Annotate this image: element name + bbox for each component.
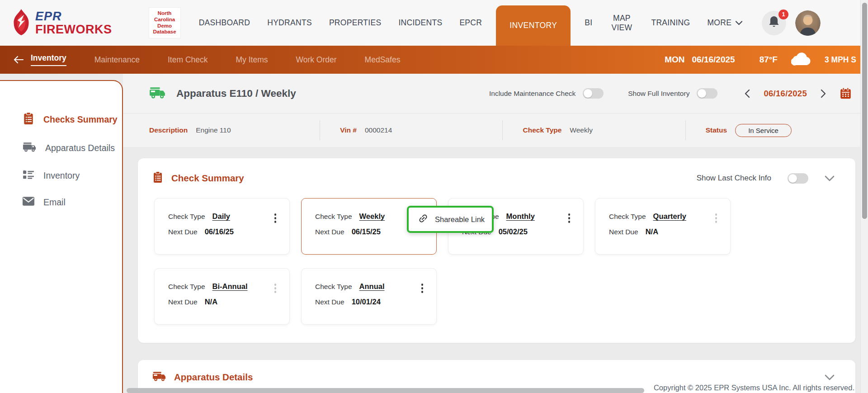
check-type-link[interactable]: Daily <box>212 212 230 220</box>
back-arrow-icon[interactable] <box>14 56 24 64</box>
next-date-button[interactable] <box>821 89 826 98</box>
check-card-quarterly[interactable]: Check TypeQuarterly Next DueN/A <box>595 198 731 255</box>
check-type-link[interactable]: Weekly <box>359 212 385 220</box>
weather-date: 06/16/2025 <box>692 55 735 65</box>
page-title: Apparatus E110 / Weekly <box>176 88 296 99</box>
main-content: Apparatus E110 / Weekly Include Maintena… <box>123 74 868 393</box>
current-date[interactable]: 06/16/2025 <box>764 89 807 99</box>
nav-item-hydrants[interactable]: HYDRANTS <box>259 18 321 28</box>
main-nav: DASHBOARD HYDRANTS PROPERTIES INCIDENTS … <box>190 0 751 46</box>
check-type-link[interactable]: Monthly <box>506 212 535 220</box>
kebab-menu-icon[interactable] <box>567 212 572 224</box>
kebab-menu-icon[interactable] <box>420 282 425 294</box>
envelope-icon <box>23 197 34 208</box>
epr-fireworks-logo[interactable]: EPR FIREWORKS <box>12 9 112 37</box>
nav-item-map-view[interactable]: MAP VIEW <box>601 14 642 33</box>
weather-day: MON <box>665 55 684 65</box>
check-card-daily[interactable]: Check TypeDaily Next Due06/16/25 <box>154 198 290 255</box>
check-type-link[interactable]: Annual <box>359 282 385 290</box>
subnav-item-work-order[interactable]: Work Order <box>296 55 336 65</box>
content-header: Apparatus E110 / Weekly Include Maintena… <box>123 74 868 147</box>
status-badge: In Service <box>735 124 792 137</box>
fire-truck-icon <box>152 371 166 384</box>
nav-item-properties[interactable]: PROPERTIES <box>321 18 390 28</box>
collapse-apparatus-details-chevron-icon[interactable] <box>825 374 835 380</box>
sidebar-item-label: Email <box>43 197 66 208</box>
sidebar-item-label: Apparatus Details <box>45 143 115 153</box>
show-last-check-label: Show Last Check Info <box>697 174 771 183</box>
show-full-inventory-label: Show Full Inventory <box>628 90 689 98</box>
nav-item-dashboard[interactable]: DASHBOARD <box>190 18 259 28</box>
subnav-item-maintenance[interactable]: Maintenance <box>94 55 140 65</box>
shareable-link-menu-item[interactable]: Shareable Link <box>407 206 494 233</box>
kebab-menu-icon[interactable] <box>714 212 719 224</box>
page-body: Checks Summary Apparatus Details <box>0 74 868 393</box>
weather-temperature: 87°F <box>760 55 778 65</box>
brand-name-top: EPR <box>35 10 112 23</box>
check-summary-section: Check Summary Show Last Check Info Check… <box>138 158 855 343</box>
previous-date-button[interactable] <box>745 89 750 98</box>
nav-item-more[interactable]: MORE <box>698 18 751 28</box>
horizontal-scrollbar-thumb[interactable] <box>127 388 644 393</box>
check-type-link[interactable]: Quarterly <box>653 212 686 220</box>
weather-bar: MON 06/16/2025 87°F 3 MPH S <box>665 52 856 67</box>
flame-logo-icon <box>12 9 31 37</box>
nav-item-inventory-active[interactable]: INVENTORY <box>496 5 571 46</box>
sidebar-item-label: Inventory <box>43 170 80 181</box>
apparatus-details-bar: Description Engine 110 Vin # 0000214 Che… <box>123 113 868 147</box>
subnav-item-item-check[interactable]: Item Check <box>168 55 208 65</box>
cloud-icon <box>791 52 811 67</box>
clipboard-icon <box>152 171 163 185</box>
shareable-link-label: Shareable Link <box>435 215 485 224</box>
brand-name-bottom: FIREWORKS <box>35 24 112 36</box>
include-maintenance-toggle[interactable] <box>583 88 604 99</box>
weather-wind: 3 MPH S <box>825 55 856 65</box>
check-summary-title: Check Summary <box>171 173 244 184</box>
demo-database-badge: North Carolina Demo Database <box>149 8 180 38</box>
subnav-item-my-items[interactable]: My Items <box>236 55 268 65</box>
sidebar: Checks Summary Apparatus Details <box>0 74 123 393</box>
vin-field: Vin # 0000214 <box>320 120 502 140</box>
apparatus-truck-icon <box>149 86 165 101</box>
show-last-check-toggle[interactable] <box>788 173 808 184</box>
fire-truck-icon <box>23 142 36 155</box>
sidebar-item-inventory[interactable]: Inventory <box>0 164 122 187</box>
user-avatar[interactable] <box>795 10 821 36</box>
copyright-text: Copyright © 2025 EPR Systems USA Inc. Al… <box>654 384 854 392</box>
sidebar-item-checks-summary[interactable]: Checks Summary <box>0 107 122 132</box>
check-type-field: Check Type Weekly <box>502 120 685 140</box>
chevron-down-icon <box>736 18 742 28</box>
link-icon <box>418 213 429 226</box>
application-window: EPR FIREWORKS North Carolina Demo Databa… <box>0 0 868 393</box>
kebab-menu-icon[interactable] <box>273 212 278 224</box>
check-card-annual[interactable]: Check TypeAnnual Next Due10/01/24 <box>301 268 437 325</box>
check-type-link[interactable]: Bi-Annual <box>212 282 248 290</box>
nav-item-incidents[interactable]: INCIDENTS <box>390 18 451 28</box>
notifications-button[interactable]: 1 <box>762 11 786 35</box>
nav-item-training[interactable]: TRAINING <box>642 18 698 28</box>
bell-icon <box>768 16 780 30</box>
vertical-scrollbar[interactable] <box>860 0 868 393</box>
check-card-bi-annual[interactable]: Check TypeBi-Annual Next DueN/A <box>154 268 290 325</box>
nav-item-epcr[interactable]: EPCR <box>451 18 491 28</box>
nav-item-bi[interactable]: BI <box>576 18 601 28</box>
kebab-menu-icon[interactable] <box>273 282 278 294</box>
include-maintenance-label: Include Maintenance Check <box>489 90 576 98</box>
notification-count-badge: 1 <box>778 9 788 19</box>
date-navigation: 06/16/2025 <box>745 87 852 99</box>
apparatus-details-title: Apparatus Details <box>174 372 253 383</box>
show-full-inventory-toggle[interactable] <box>697 88 717 99</box>
sidebar-item-apparatus-details[interactable]: Apparatus Details <box>0 137 122 160</box>
vertical-scrollbar-thumb[interactable] <box>862 3 867 219</box>
checklist-icon <box>23 169 34 182</box>
calendar-icon[interactable] <box>840 87 852 99</box>
subnav-item-inventory[interactable]: Inventory <box>31 53 66 66</box>
clipboard-icon <box>23 112 34 127</box>
sidebar-item-email[interactable]: Email <box>0 192 122 213</box>
collapse-check-summary-chevron-icon[interactable] <box>825 175 835 181</box>
subnav-item-medsafes[interactable]: MedSafes <box>365 55 401 65</box>
inventory-sub-nav: Inventory Maintenance Item Check My Item… <box>0 46 868 74</box>
sidebar-item-label: Checks Summary <box>43 114 118 125</box>
top-nav: EPR FIREWORKS North Carolina Demo Databa… <box>0 0 868 46</box>
description-field: Description Engine 110 <box>123 120 320 140</box>
